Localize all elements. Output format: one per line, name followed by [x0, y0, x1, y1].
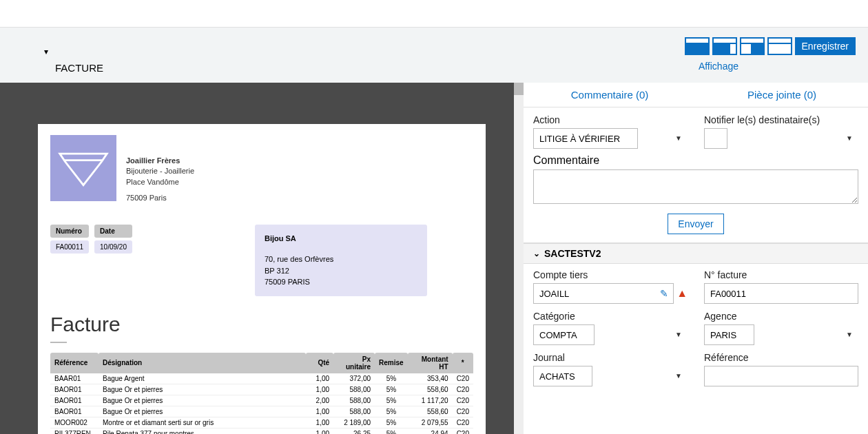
layout-icon-split[interactable] [740, 37, 765, 55]
categorie-select[interactable]: COMPTA [533, 324, 595, 345]
invoice-lines-table: Référence Désignation Qté Px unitaire Re… [50, 353, 473, 434]
comment-label: Commentaire [533, 154, 599, 166]
display-label: Affichage [699, 61, 738, 72]
invoice-document: Joaillier Frères Bijouterie - Joaillerie… [38, 124, 486, 434]
layout-icon-right[interactable] [712, 37, 737, 55]
warning-icon: ▲ [676, 287, 688, 300]
save-button[interactable]: Enregistrer [795, 37, 856, 55]
notify-label: Notifier le(s) destinataire(s) [704, 114, 858, 125]
invoice-date-value: 10/09/20 [94, 240, 132, 254]
invoice-date-label: Date [94, 225, 132, 238]
action-label: Action [533, 114, 688, 125]
compte-tiers-input[interactable] [533, 283, 674, 304]
comment-textarea[interactable] [533, 169, 858, 204]
table-row: PIL377RENPile Renata 377 pour montres1,0… [50, 428, 473, 434]
table-row: BAOR01Bague Or et pierres1,00588,005%558… [50, 384, 473, 395]
toolbar: FACTURE Enregistrer Affichage [0, 28, 868, 83]
chevron-down-icon: ⌄ [533, 249, 540, 258]
tab-attachment[interactable]: Pièce jointe (0) [696, 83, 868, 107]
vendor-logo-icon [50, 135, 116, 201]
table-row: BAOR01Bague Or et pierres2,00588,005%1 1… [50, 395, 473, 406]
categorie-label: Catégorie [533, 311, 688, 322]
vendor-info: Joaillier Frères Bijouterie - Joaillerie… [126, 135, 194, 204]
journal-label: Journal [533, 352, 688, 363]
document-type-select[interactable]: FACTURE [55, 58, 138, 77]
layout-icon-full[interactable] [685, 37, 710, 55]
table-row: BAOR01Bague Or et pierres1,00588,005%558… [50, 406, 473, 417]
agence-label: Agence [704, 311, 858, 322]
preview-scrollbar[interactable] [514, 83, 524, 434]
send-button[interactable]: Envoyer [668, 214, 723, 234]
compte-tiers-label: Compte tiers [533, 269, 688, 280]
table-row: BAAR01Bague Argent1,00372,005%353,40C20 [50, 373, 473, 384]
accordion-header[interactable]: ⌄ SACTESTV2 [524, 243, 868, 264]
invoice-title: Facture [50, 313, 473, 336]
client-address-box: Bijou SA 70, rue des Orfèvres BP 312 750… [255, 225, 427, 296]
layout-icon-wide[interactable] [767, 37, 792, 55]
journal-select[interactable]: ACHATS [533, 366, 592, 386]
numfacture-input[interactable] [704, 283, 858, 304]
side-panel: Commentaire (0) Pièce jointe (0) Action … [524, 83, 868, 434]
invoice-number-label: Numéro [50, 225, 89, 238]
agence-select[interactable]: PARIS [704, 324, 754, 345]
top-bar [0, 0, 868, 28]
action-select[interactable]: LITIGE À VÉRIFIER [533, 128, 638, 149]
tab-comment[interactable]: Commentaire (0) [524, 83, 696, 107]
reference-label: Référence [704, 352, 858, 363]
table-row: MOOR002Montre or et diamant serti sur or… [50, 417, 473, 428]
notify-select[interactable] [704, 128, 727, 149]
document-preview-pane: Joaillier Frères Bijouterie - Joaillerie… [0, 83, 524, 434]
reference-input[interactable] [704, 366, 858, 386]
numfacture-label: N° facture [704, 269, 858, 280]
pencil-icon[interactable]: ✎ [660, 288, 668, 299]
invoice-number-value: FA00011 [50, 240, 89, 254]
